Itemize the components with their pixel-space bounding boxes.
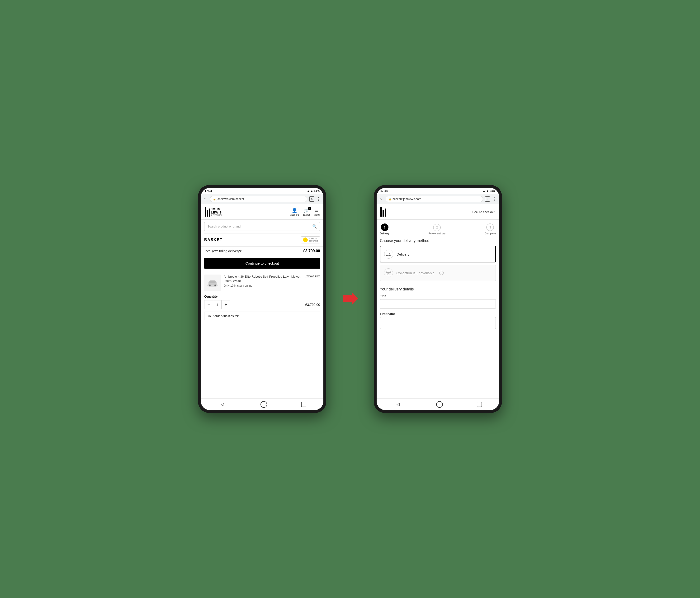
home-icon[interactable]: ⌂: [204, 197, 208, 201]
quantity-price: £3,799.00: [305, 303, 320, 306]
left-phone: 17:33 ▲ ▲ 84% ⌂ 🔒 johnlewis.com/basket 5…: [198, 185, 326, 413]
quantity-decrease-button[interactable]: −: [204, 300, 213, 309]
svg-marker-7: [343, 293, 358, 304]
title-field-group: Title: [377, 294, 499, 312]
jl-bars: [205, 207, 210, 217]
search-placeholder: Search product or brand: [207, 225, 241, 228]
norton-text: NORTONSECURED: [309, 238, 318, 242]
svg-point-10: [390, 255, 391, 256]
svg-point-9: [386, 255, 388, 256]
home-button-left[interactable]: [260, 401, 267, 408]
quantity-row: − 1 + £3,799.00: [204, 300, 320, 309]
tab-count-right[interactable]: 5: [485, 196, 490, 202]
total-price: £3,799.00: [303, 249, 320, 253]
help-icon[interactable]: ?: [439, 271, 444, 275]
left-status-icons: ▲ ▲ 84%: [307, 189, 320, 193]
step-1-label: Delivery: [380, 232, 390, 235]
wifi-icon: ▲: [307, 189, 310, 193]
right-jl-bar-2: [382, 210, 384, 217]
svg-rect-12: [388, 273, 389, 275]
right-phone: 17:34 ▲ ▲ 84% ⌂ 🔒 heckout.johnlewis.com …: [374, 185, 502, 413]
left-phone-bottom: ◁: [201, 398, 323, 410]
right-signal-icon: ▲: [486, 189, 489, 193]
jl-brand-sub: & PARTNERS: [211, 214, 223, 216]
basket-label: Basket: [302, 214, 310, 216]
recents-button-right[interactable]: [477, 402, 482, 407]
home-button-right[interactable]: [436, 401, 443, 408]
right-browser-bar: ⌂ 🔒 heckout.johnlewis.com 5 ⋮: [377, 194, 499, 204]
svg-point-5: [209, 285, 210, 286]
store-svg: [385, 271, 391, 275]
svg-rect-11: [386, 272, 391, 275]
basket-title: BASKET: [204, 238, 223, 242]
signal-icon: ▲: [310, 189, 313, 193]
right-wifi-icon: ▲: [482, 189, 485, 193]
basket-button[interactable]: 🛒 1 Basket: [302, 208, 310, 216]
total-label: Total (excluding delivery):: [204, 249, 242, 253]
total-row: Total (excluding delivery): £3,799.00: [201, 246, 323, 255]
right-home-icon[interactable]: ⌂: [379, 197, 384, 201]
left-phone-content: JOHNLEWIS & PARTNERS 👤 Account 🛒 1 Baske: [201, 204, 323, 398]
search-bar[interactable]: Search product or brand 🔍: [204, 222, 320, 231]
delivery-details-title: Your delivery details: [377, 283, 499, 294]
quantity-controls: − 1 +: [204, 300, 230, 309]
quantity-increase-button[interactable]: +: [222, 300, 230, 309]
jl-bar-3: [209, 208, 210, 217]
jl-text: JOHNLEWIS & PARTNERS: [211, 207, 223, 216]
left-time: 17:33: [205, 189, 212, 193]
right-status-icons: ▲ ▲ 84%: [482, 189, 495, 193]
product-row: Ambrogio 4.36 Elite Robotic Self-Propell…: [201, 271, 323, 295]
delivery-option-text: Delivery: [397, 252, 409, 256]
menu-label: Menu: [314, 214, 320, 216]
quantity-section: Quantity − 1 + £3,799.00: [201, 295, 323, 312]
account-button[interactable]: 👤 Account: [290, 208, 299, 216]
back-button-right[interactable]: ◁: [394, 400, 402, 409]
norton-badge: ✓ NORTONSECURED: [301, 236, 320, 244]
search-icon: 🔍: [312, 224, 317, 229]
right-status-bar: 17:34 ▲ ▲ 84%: [377, 188, 499, 194]
right-lock-icon: 🔒: [389, 198, 392, 200]
order-qualifies: Your order qualifies for:: [204, 312, 320, 320]
right-phone-bottom: ◁: [377, 398, 499, 410]
checkout-button[interactable]: Continue to checkout: [204, 258, 320, 269]
account-icon: 👤: [292, 208, 297, 213]
right-url-bar[interactable]: 🔒 heckout.johnlewis.com: [385, 196, 483, 202]
right-phone-content: Secure checkout 1 Delivery 2: [377, 204, 499, 398]
first-name-label: First name: [380, 312, 496, 316]
jl-bar-2: [207, 210, 208, 217]
collection-option[interactable]: Collection is unavailable ?: [380, 265, 496, 281]
account-label: Account: [290, 214, 299, 216]
right-jl-bar-1: [380, 207, 382, 217]
right-jl-logo: [380, 207, 386, 217]
more-icon-left[interactable]: ⋮: [316, 196, 321, 202]
tab-count-left[interactable]: 5: [309, 196, 315, 202]
left-url-bar[interactable]: 🔒 johnlewis.com/basket: [210, 196, 307, 202]
jl-bar-1: [205, 207, 206, 217]
step-1-number: 1: [384, 226, 385, 229]
menu-button[interactable]: ☰ Menu: [314, 208, 320, 216]
right-jl-bars: [380, 207, 386, 217]
step-3-circle: 3: [486, 223, 494, 231]
step-2-circle: 2: [433, 224, 441, 231]
truck-svg: [386, 252, 392, 256]
left-browser-bar: ⌂ 🔒 johnlewis.com/basket 5 ⋮: [201, 194, 323, 204]
norton-check-icon: ✓: [303, 238, 308, 242]
battery-text: 84%: [314, 189, 320, 193]
quantity-label: Quantity: [204, 295, 320, 298]
checkout-header: Secure checkout: [377, 204, 499, 220]
more-icon-right[interactable]: ⋮: [492, 196, 496, 202]
product-details: Ambrogio 4.36 Elite Robotic Self-Propell…: [224, 275, 320, 291]
first-name-field-group: First name: [377, 312, 499, 332]
basket-title-row: BASKET ✓ NORTONSECURED: [201, 233, 323, 246]
jl-logo: JOHNLEWIS & PARTNERS: [205, 207, 223, 217]
step-1: 1 Delivery: [380, 223, 390, 235]
recents-button-left[interactable]: [301, 402, 306, 407]
title-input[interactable]: [380, 299, 496, 309]
first-name-input[interactable]: [380, 317, 496, 329]
remove-item-button[interactable]: Remove item: [305, 275, 320, 277]
delivery-option[interactable]: Delivery: [380, 246, 496, 263]
delivery-truck-icon: [384, 250, 393, 259]
product-img-svg: [206, 278, 219, 288]
back-button-left[interactable]: ◁: [218, 400, 227, 409]
header-actions: 👤 Account 🛒 1 Basket ☰ Menu: [290, 208, 320, 216]
